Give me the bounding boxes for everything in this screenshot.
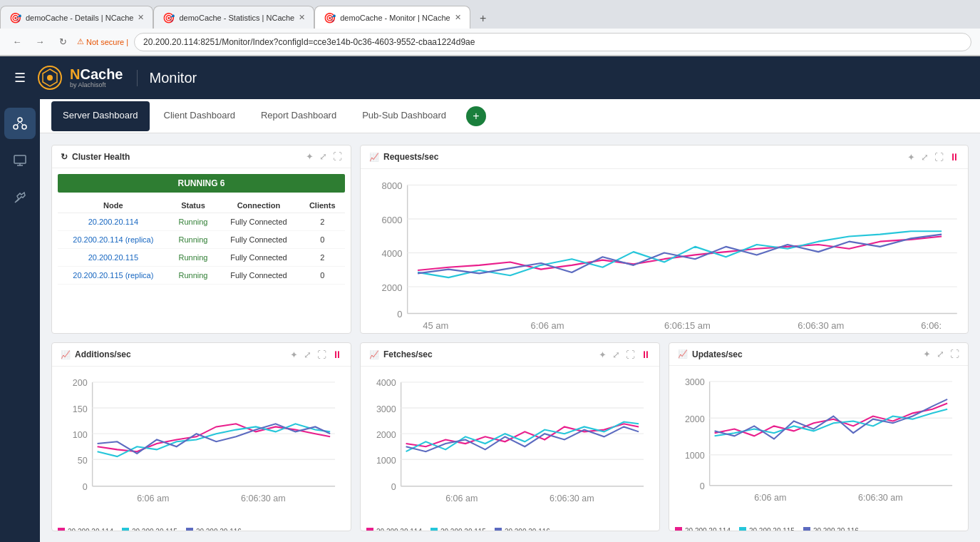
- tab-server-dashboard[interactable]: Server Dashboard: [51, 101, 150, 131]
- logo-text: NCache by Alachisoft: [70, 67, 123, 88]
- additions-expand-icon[interactable]: ⤢: [304, 349, 311, 360]
- svg-text:1000: 1000: [685, 451, 705, 461]
- additions-fullscreen-icon[interactable]: ⛶: [317, 349, 326, 360]
- content-area: Server Dashboard Client Dashboard Report…: [40, 99, 980, 542]
- clients-cell: 0: [299, 267, 345, 285]
- sidebar-item-cluster[interactable]: [4, 108, 36, 139]
- legend-updates-115: 20.200.20.115: [739, 527, 795, 532]
- ncache-logo-icon: [37, 65, 63, 91]
- svg-text:0: 0: [397, 309, 402, 319]
- logo-area: NCache by Alachisoft: [37, 65, 123, 91]
- table-row: 20.200.20.114 (replica) Running Fully Co…: [58, 231, 345, 249]
- node-cell[interactable]: 20.200.20.115: [58, 249, 169, 267]
- table-row: 20.200.20.115 Running Fully Connected 2: [58, 249, 345, 267]
- svg-text:100: 100: [73, 430, 88, 440]
- node-cell[interactable]: 20.200.20.114: [58, 213, 169, 231]
- additions-controls: ✦ ⤢ ⛶ ⏸: [290, 349, 342, 360]
- cluster-health-panel: ↻ Cluster Health ✦ ⤢ ⛶ RUNNING 6: [51, 145, 351, 334]
- cluster-expand-icon[interactable]: ⤢: [319, 151, 327, 162]
- additions-settings-icon[interactable]: ✦: [290, 349, 298, 360]
- hamburger-menu[interactable]: ☰: [14, 70, 26, 86]
- new-tab-button[interactable]: +: [473, 9, 493, 29]
- updates-expand-icon[interactable]: ⤢: [937, 349, 944, 359]
- svg-text:6:06:: 6:06:: [921, 320, 942, 331]
- fetches-settings-icon[interactable]: ✦: [599, 349, 607, 360]
- tab-client-dashboard[interactable]: Client Dashboard: [153, 101, 247, 131]
- nav-tabs: Server Dashboard Client Dashboard Report…: [40, 99, 980, 133]
- fetches-pause-icon[interactable]: ⏸: [641, 349, 651, 360]
- requests-settings-icon[interactable]: ✦: [907, 152, 915, 163]
- updates-fullscreen-icon[interactable]: ⛶: [950, 349, 959, 359]
- updates-header: 📈 Updates/sec ✦ ⤢ ⛶: [669, 343, 968, 366]
- svg-text:4000: 4000: [382, 248, 403, 259]
- additions-legend: 20.200.20.114 20.200.20.115 20.200.20.11…: [52, 525, 351, 532]
- fetches-chart-icon: 📈: [369, 350, 379, 359]
- reload-button[interactable]: ↻: [54, 34, 71, 51]
- tab-close-statistics[interactable]: ✕: [299, 13, 305, 22]
- sidebar: [0, 99, 40, 542]
- svg-text:6:06 am: 6:06 am: [137, 494, 169, 503]
- clients-cell: 2: [299, 213, 345, 231]
- requests-chart-icon: 📈: [369, 153, 379, 162]
- forward-button[interactable]: →: [31, 34, 48, 51]
- tab-monitor[interactable]: 🎯 demoCache - Monitor | NCache ✕: [314, 6, 470, 29]
- tab-report-dashboard[interactable]: Report Dashboard: [249, 101, 348, 131]
- updates-settings-icon[interactable]: ✦: [923, 349, 931, 359]
- svg-text:6000: 6000: [382, 215, 403, 225]
- additions-pause-icon[interactable]: ⏸: [332, 349, 342, 360]
- svg-point-5: [22, 125, 26, 129]
- svg-text:150: 150: [73, 404, 88, 414]
- status-cell: Running: [169, 249, 218, 267]
- sidebar-item-tools[interactable]: [4, 182, 36, 213]
- table-row: 20.200.20.115 (replica) Running Fully Co…: [58, 267, 345, 285]
- connection-cell: Fully Connected: [217, 249, 299, 267]
- requests-panel: 📈 Requests/sec ✦ ⤢ ⛶ ⏸: [360, 145, 969, 334]
- svg-text:6:06:30 am: 6:06:30 am: [550, 494, 594, 503]
- status-cell: Running: [169, 267, 218, 285]
- legend-dot-pink-add: [58, 528, 65, 531]
- requests-expand-icon[interactable]: ⤢: [921, 152, 929, 163]
- add-dashboard-button[interactable]: +: [466, 106, 486, 126]
- cluster-health-header: ↻ Cluster Health ✦ ⤢ ⛶: [52, 145, 351, 168]
- tab-details[interactable]: 🎯 demoCache - Details | NCache ✕: [0, 6, 153, 29]
- cluster-fullscreen-icon[interactable]: ⛶: [333, 151, 342, 162]
- requests-header: 📈 Requests/sec ✦ ⤢ ⛶ ⏸: [361, 145, 968, 169]
- logo-subtitle: by Alachisoft: [70, 81, 123, 88]
- fetches-expand-icon[interactable]: ⤢: [612, 349, 620, 360]
- cluster-health-controls: ✦ ⤢ ⛶: [306, 151, 342, 162]
- node-cell[interactable]: 20.200.20.115 (replica): [58, 267, 169, 285]
- svg-text:0: 0: [83, 482, 88, 492]
- legend-dot-purple-add: [186, 528, 193, 531]
- svg-text:6:06:15 am: 6:06:15 am: [664, 320, 711, 331]
- fetches-title: 📈 Fetches/sec: [369, 349, 433, 359]
- dashboard-grid: ↻ Cluster Health ✦ ⤢ ⛶ RUNNING 6: [40, 133, 980, 542]
- cluster-refresh-icon: ↻: [61, 152, 68, 162]
- node-cell[interactable]: 20.200.20.114 (replica): [58, 231, 169, 249]
- back-button[interactable]: ←: [9, 34, 26, 51]
- connection-cell: Fully Connected: [217, 213, 299, 231]
- tools-icon: [13, 190, 27, 205]
- tab-statistics[interactable]: 🎯 demoCache - Statistics | NCache ✕: [153, 6, 314, 29]
- address-bar: ← → ↻ ⚠ Not secure | 20.200.20.114:8251/…: [0, 29, 980, 56]
- app-container: ☰ NCache by Alachisoft Monitor: [0, 56, 980, 542]
- tab-bar: 🎯 demoCache - Details | NCache ✕ 🎯 demoC…: [0, 0, 980, 29]
- app-title: Monitor: [137, 70, 197, 86]
- svg-text:6:06:30 am: 6:06:30 am: [241, 494, 286, 503]
- sidebar-item-monitor[interactable]: [4, 145, 36, 176]
- svg-line-6: [16, 122, 20, 126]
- tab-close-details[interactable]: ✕: [138, 13, 144, 22]
- tab-close-monitor[interactable]: ✕: [455, 13, 461, 22]
- fetches-controls: ✦ ⤢ ⛶ ⏸: [599, 349, 651, 360]
- requests-pause-icon[interactable]: ⏸: [949, 151, 959, 163]
- tab-pubsub-dashboard[interactable]: Pub-Sub Dashboard: [351, 101, 458, 131]
- cluster-settings-icon[interactable]: ✦: [306, 151, 314, 162]
- legend-fetches-115: 20.200.20.115: [430, 528, 486, 532]
- fetches-fullscreen-icon[interactable]: ⛶: [626, 349, 635, 360]
- requests-fullscreen-icon[interactable]: ⛶: [934, 152, 944, 163]
- svg-point-4: [14, 125, 18, 129]
- app-header: ☰ NCache by Alachisoft Monitor: [0, 56, 980, 99]
- svg-text:6:06 am: 6:06 am: [445, 494, 478, 503]
- fetches-legend: 20.200.20.114 20.200.20.115 20.200.20.11…: [361, 525, 659, 532]
- url-input[interactable]: 20.200.20.114:8251/Monitor/Index?configI…: [134, 33, 971, 51]
- col-connection: Connection: [217, 198, 299, 213]
